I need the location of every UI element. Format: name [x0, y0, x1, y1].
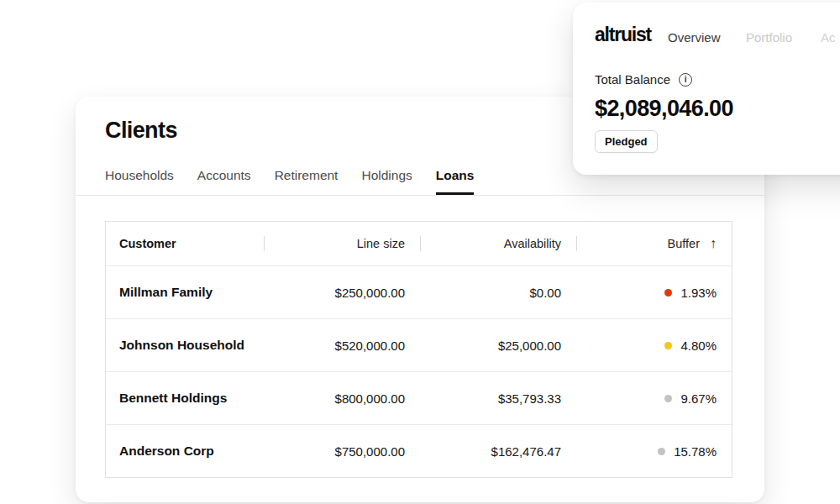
availability-cell: $162,476.47: [420, 425, 576, 477]
column-header-buffer-label: Buffer: [668, 237, 700, 250]
total-balance-row: Total Balance i: [595, 72, 692, 87]
table-row-johnson-household[interactable]: Johnson Household $520,000.00 $25,000.00…: [106, 318, 732, 371]
buffer-status-dot: [664, 395, 672, 402]
tab-loans[interactable]: Loans: [436, 168, 475, 195]
pledged-badge[interactable]: Pledged: [595, 130, 658, 153]
line-size-cell: $250,000.00: [264, 266, 420, 318]
column-header-line-size[interactable]: Line size: [264, 222, 420, 265]
sort-ascending-icon[interactable]: ↑: [710, 237, 717, 250]
table-row-millman-family[interactable]: Millman Family $250,000.00 $0.00 1.93%: [106, 265, 732, 318]
tabs: Households Accounts Retirement Holdings …: [105, 168, 474, 195]
tab-accounts[interactable]: Accounts: [197, 168, 251, 195]
balance-card: altruist Overview Portfolio Ac Total Bal…: [573, 3, 840, 175]
column-header-availability[interactable]: Availability: [420, 222, 576, 265]
availability-cell: $35,793.33: [420, 372, 576, 424]
table-row-anderson-corp[interactable]: Anderson Corp $750,000.00 $162,476.47 15…: [106, 424, 732, 477]
customer-cell: Bennett Holdings: [106, 372, 264, 424]
line-size-cell: $750,000.00: [264, 425, 420, 477]
loans-table: Customer Line size Availability Buffer ↑…: [105, 221, 732, 478]
buffer-status-dot: [664, 342, 672, 349]
buffer-cell: 1.93%: [576, 266, 732, 318]
column-header-buffer[interactable]: Buffer ↑: [576, 222, 732, 265]
nav-overview[interactable]: Overview: [668, 30, 721, 45]
total-balance-label: Total Balance: [595, 72, 670, 87]
tab-households[interactable]: Households: [105, 168, 174, 195]
tab-retirement[interactable]: Retirement: [275, 168, 339, 195]
buffer-status-dot: [658, 448, 665, 455]
buffer-cell: 4.80%: [576, 319, 732, 371]
buffer-value: 4.80%: [680, 339, 717, 353]
buffer-value: 1.93%: [680, 286, 717, 300]
altruist-logo: altruist: [595, 24, 651, 46]
line-size-cell: $800,000.00: [264, 372, 420, 424]
column-header-customer[interactable]: Customer: [106, 222, 264, 265]
buffer-status-dot: [664, 289, 672, 297]
nav-accounts-clipped[interactable]: Ac: [821, 30, 836, 45]
customer-cell: Millman Family: [106, 266, 264, 318]
nav-portfolio[interactable]: Portfolio: [746, 30, 792, 45]
availability-cell: $25,000.00: [420, 319, 576, 371]
availability-cell: $0.00: [420, 266, 576, 318]
customer-cell: Johnson Household: [106, 319, 264, 371]
table-header: Customer Line size Availability Buffer ↑: [106, 222, 732, 265]
page-title: Clients: [105, 118, 177, 144]
customer-cell: Anderson Corp: [106, 425, 264, 477]
table-row-bennett-holdings[interactable]: Bennett Holdings $800,000.00 $35,793.33 …: [106, 371, 732, 424]
buffer-value: 15.78%: [674, 444, 717, 459]
line-size-cell: $520,000.00: [264, 319, 420, 371]
buffer-value: 9.67%: [680, 391, 717, 406]
buffer-cell: 9.67%: [576, 372, 732, 424]
page: Clients Households Accounts Retirement H…: [0, 0, 840, 504]
info-icon[interactable]: i: [679, 73, 692, 87]
tab-holdings[interactable]: Holdings: [361, 168, 412, 195]
total-balance-value: $2,089,046.00: [595, 96, 733, 122]
buffer-cell: 15.78%: [576, 425, 732, 477]
